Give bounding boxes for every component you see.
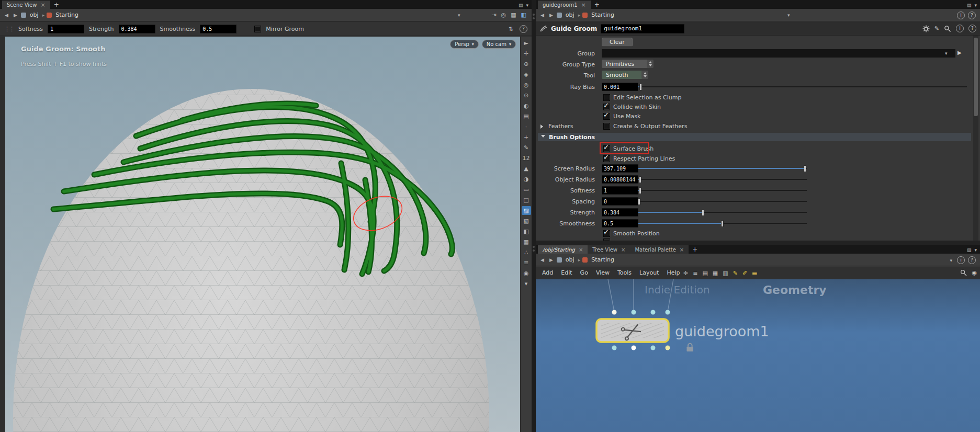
screen-radius-slider[interactable] xyxy=(638,165,807,172)
divider-dot-icon[interactable]: · xyxy=(522,122,531,131)
group-field[interactable] xyxy=(602,49,955,58)
hand-tool-icon[interactable]: ✛ xyxy=(522,49,531,58)
grid-icon[interactable]: ▦ xyxy=(511,12,516,18)
breadcrumb-obj[interactable]: obj xyxy=(564,256,576,263)
panel-tool-icon[interactable]: ▤ xyxy=(522,112,531,121)
add-tab-button[interactable]: + xyxy=(689,245,701,254)
menu-view[interactable]: View xyxy=(596,269,610,276)
brush-icon[interactable]: ✎ xyxy=(934,25,939,32)
tab-guidegroom1[interactable]: guidegroom1 × xyxy=(538,1,591,9)
drag-handle-icon[interactable]: ⋮⋮ xyxy=(4,26,14,32)
use-mask-checkbox[interactable] xyxy=(603,113,610,120)
pose-tool-icon[interactable]: ▲ xyxy=(522,164,531,173)
shade-tool-icon[interactable]: ◐ xyxy=(522,101,531,110)
ruler-tool-icon[interactable]: ▭ xyxy=(522,185,531,194)
info-icon[interactable]: i xyxy=(957,256,965,264)
draw-tool-icon[interactable]: ✎ xyxy=(522,143,531,152)
info-icon[interactable]: i xyxy=(957,12,965,19)
help-icon[interactable]: ? xyxy=(968,256,976,264)
lock-tool-icon[interactable]: ◈ xyxy=(522,70,531,79)
clear-button[interactable]: Clear xyxy=(602,38,633,47)
menu-edit[interactable]: Edit xyxy=(561,269,572,276)
close-icon[interactable]: × xyxy=(40,2,45,8)
menu-tools[interactable]: Tools xyxy=(617,269,632,276)
snap-tool-icon[interactable]: ⊕ xyxy=(522,60,531,69)
help-icon[interactable]: ? xyxy=(520,25,527,33)
pencil-icon[interactable]: ✎ xyxy=(733,270,738,277)
frame-count-icon[interactable]: 12 xyxy=(522,154,531,163)
softness-slider[interactable] xyxy=(638,187,807,194)
smoothness-slider[interactable] xyxy=(638,220,807,227)
softness-field[interactable] xyxy=(48,25,84,33)
tab-tree-view[interactable]: Tree View × xyxy=(588,245,630,254)
edit-selection-clump-checkbox[interactable] xyxy=(603,94,610,101)
forward-icon[interactable]: ▶ xyxy=(12,13,19,18)
select-tool-icon[interactable]: ► xyxy=(522,39,531,48)
menu-layout[interactable]: Layout xyxy=(639,269,659,276)
path-dropdown-icon[interactable]: ▾ xyxy=(948,258,954,263)
strength-field[interactable] xyxy=(119,25,155,33)
object-radius-slider[interactable] xyxy=(638,176,807,183)
smooth-position-checkbox[interactable] xyxy=(603,230,610,237)
close-icon[interactable]: × xyxy=(579,247,583,253)
pin-tool-icon[interactable]: + xyxy=(522,133,531,142)
forward-icon[interactable]: ▶ xyxy=(548,13,555,18)
scene-viewport[interactable]: Guide Groom: Smooth Press Shift + F1 to … xyxy=(5,37,520,432)
info-icon[interactable]: i xyxy=(956,25,964,32)
spacing-slider[interactable] xyxy=(638,198,807,205)
grid-layout-icon[interactable]: ▦ xyxy=(713,270,718,277)
layers-tool-icon[interactable]: ▦ xyxy=(522,237,531,246)
light-tool-icon[interactable]: ◉ xyxy=(522,269,531,278)
search-icon[interactable] xyxy=(944,25,951,32)
collide-with-skin-checkbox[interactable] xyxy=(603,104,610,110)
feathers-section[interactable]: Feathers xyxy=(539,122,573,130)
back-icon[interactable]: ◀ xyxy=(539,257,546,263)
back-icon[interactable]: ◀ xyxy=(539,13,546,18)
spacing-field[interactable] xyxy=(602,197,638,206)
node-list-icon[interactable]: ≡ xyxy=(693,270,697,277)
softness-field[interactable] xyxy=(602,186,638,195)
shelf-icon[interactable]: ▬ xyxy=(752,270,757,277)
persp-button[interactable]: Persp▾ xyxy=(450,40,479,49)
guidegroom-node[interactable] xyxy=(596,319,669,342)
add-tab-button[interactable]: + xyxy=(50,1,63,9)
page-icon[interactable]: ▤ xyxy=(702,270,707,277)
tab-material-palette[interactable]: Material Palette × xyxy=(630,245,689,254)
mask-tool-icon[interactable]: ▧ xyxy=(522,217,531,225)
ray-bias-field[interactable] xyxy=(602,83,638,91)
chevron-down-icon[interactable]: ▾ xyxy=(974,3,977,8)
flag-icon[interactable]: ✐ xyxy=(742,270,747,277)
group-dropdown-icon[interactable]: ▾ xyxy=(945,51,948,56)
snapshot-icon[interactable]: ◉ xyxy=(972,269,977,276)
mirror-groom-checkbox[interactable] xyxy=(254,26,261,32)
add-tab-button[interactable]: + xyxy=(591,1,603,9)
snapshot-icon[interactable]: ◧ xyxy=(521,12,526,18)
menu-help[interactable]: Help xyxy=(667,269,680,276)
groom-brush-tool-icon[interactable]: ▨ xyxy=(522,206,531,215)
tool-spinner[interactable] xyxy=(641,71,648,79)
frame-tool-icon[interactable]: □ xyxy=(522,196,531,204)
path-dropdown-icon[interactable]: ▾ xyxy=(456,13,462,18)
network-editor[interactable]: Indie Edition Geometry guidegroom1 xyxy=(536,279,980,432)
search-icon[interactable] xyxy=(960,269,967,276)
back-icon[interactable]: ◀ xyxy=(3,13,10,18)
close-icon[interactable]: × xyxy=(680,247,684,253)
options-tool-icon[interactable]: ▾ xyxy=(522,279,531,288)
help-icon[interactable]: ? xyxy=(968,12,976,19)
breadcrumb-node[interactable]: Starting xyxy=(54,12,80,18)
list-tool-icon[interactable]: ≡ xyxy=(522,258,531,267)
chevron-down-icon[interactable]: ▾ xyxy=(974,247,977,253)
create-output-feathers-checkbox[interactable] xyxy=(603,123,610,130)
pane-menu-icon[interactable]: ▤ xyxy=(519,3,523,8)
breadcrumb-obj[interactable]: obj xyxy=(564,12,576,18)
pin-icon[interactable]: ⇥ xyxy=(491,12,496,18)
group-select-arrow-icon[interactable]: ▶ xyxy=(958,50,962,55)
node-name-field[interactable] xyxy=(601,24,684,33)
column-layout-icon[interactable]: ▥ xyxy=(723,270,728,277)
node-name-label[interactable]: guidegroom1 xyxy=(675,323,769,339)
pane-menu-icon[interactable]: ▤ xyxy=(967,247,972,253)
mirror-tool-icon[interactable]: ◑ xyxy=(522,175,531,184)
wrench-icon[interactable]: ✛ xyxy=(683,270,688,277)
breadcrumb-node[interactable]: Starting xyxy=(590,12,616,18)
breadcrumb-node[interactable]: Starting xyxy=(590,256,616,263)
